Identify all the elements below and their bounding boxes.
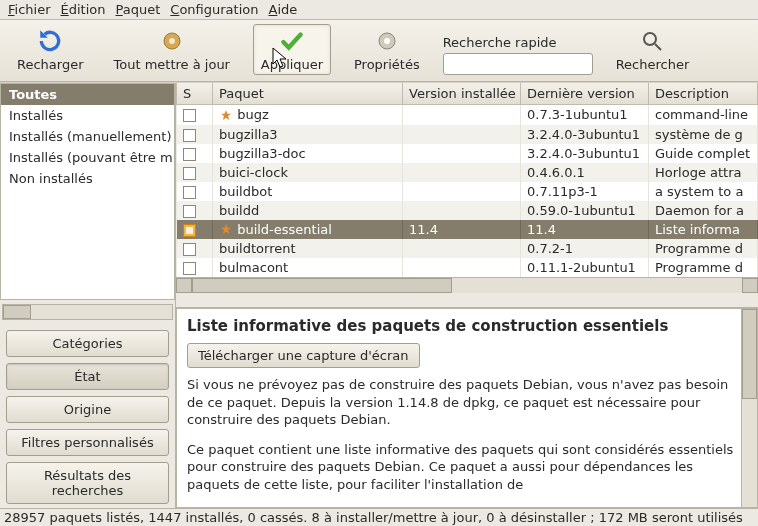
quick-search-input[interactable] (443, 53, 593, 75)
pkg-name: buici-clock (219, 165, 288, 180)
package-table-wrap: S Paquet Version installée Dernière vers… (176, 83, 758, 308)
menu-file[interactable]: Fichier (8, 2, 51, 17)
custom-filters-button[interactable]: Filtres personnalisés (6, 429, 169, 456)
status-checkbox[interactable] (183, 129, 196, 142)
table-row[interactable]: bugzilla33.2.4.0-3ubuntu1système de g (177, 125, 758, 144)
search-button[interactable]: Rechercher (609, 24, 697, 75)
pkg-name: build-essential (237, 222, 332, 237)
gear-icon (158, 27, 186, 55)
pkg-installed (403, 163, 521, 182)
pkg-latest: 0.7.11p3-1 (521, 182, 649, 201)
detail-vscrollbar[interactable] (741, 309, 757, 507)
table-hscrollbar[interactable] (176, 277, 758, 293)
pkg-installed (403, 239, 521, 258)
table-row[interactable]: buici-clock0.4.6.0.1Horloge attra (177, 163, 758, 182)
pkg-installed (403, 144, 521, 163)
table-row[interactable]: buildbot0.7.11p3-1a system to a (177, 182, 758, 201)
pkg-latest: 0.7.2-1 (521, 239, 649, 258)
pkg-name: buildd (219, 203, 259, 218)
detail-para-1: Si vous ne prévoyez pas de construire de… (187, 376, 747, 429)
state-button[interactable]: État (6, 363, 169, 390)
svg-point-4 (644, 33, 656, 45)
left-panel: ToutesInstallésInstallés (manuellement)I… (0, 83, 176, 508)
reload-button[interactable]: Recharger (10, 24, 91, 75)
origin-button[interactable]: Origine (6, 396, 169, 423)
pkg-desc: a system to a (649, 182, 758, 201)
pkg-name: bulmacont (219, 260, 288, 275)
pkg-name: bugz (237, 107, 269, 122)
table-row[interactable]: bugz0.7.3-1ubuntu1command-line (177, 105, 758, 125)
mark-all-upgrades-button[interactable]: Tout mettre à jour (107, 24, 237, 75)
gear-icon (373, 27, 401, 55)
pkg-desc: Programme d (649, 239, 758, 258)
left-hscrollbar[interactable] (2, 304, 173, 320)
detail-title: Liste informative des paquets de constru… (187, 317, 747, 335)
svg-point-3 (384, 38, 390, 44)
status-checkbox[interactable] (183, 262, 196, 275)
pkg-latest: 0.4.6.0.1 (521, 163, 649, 182)
pkg-name: bugzilla3 (219, 127, 278, 142)
table-row[interactable]: buildtorrent0.7.2-1Programme d (177, 239, 758, 258)
col-desc[interactable]: Description (649, 83, 758, 105)
pkg-installed (403, 201, 521, 220)
pkg-name: buildtorrent (219, 241, 296, 256)
package-table[interactable]: S Paquet Version installée Dernière vers… (176, 83, 758, 277)
pkg-name: bugzilla3-doc (219, 146, 306, 161)
svg-point-1 (169, 38, 175, 44)
pkg-installed (403, 125, 521, 144)
download-screenshot-button[interactable]: Télécharger une capture d'écran (187, 343, 420, 368)
pkg-installed (403, 258, 521, 277)
pkg-desc: Guide complet (649, 144, 758, 163)
status-checkbox[interactable] (183, 148, 196, 161)
col-latest[interactable]: Dernière version (521, 83, 649, 105)
quick-search-label: Recherche rapide (443, 35, 593, 50)
menubar: Fichier Édition Paquet Configuration Aid… (0, 0, 758, 20)
pkg-desc: système de g (649, 125, 758, 144)
status-filter-item[interactable]: Installés (manuellement) (1, 126, 174, 147)
pkg-desc: command-line (649, 105, 758, 125)
check-icon (278, 27, 306, 55)
pkg-latest: 3.2.4.0-3ubuntu1 (521, 125, 649, 144)
table-row[interactable]: build-essential11.411.4Liste informa (177, 220, 758, 240)
status-filter-list[interactable]: ToutesInstallésInstallés (manuellement)I… (0, 83, 175, 300)
pkg-installed: 11.4 (403, 220, 521, 240)
status-bar: 28957 paquets listés, 1447 installés, 0 … (0, 508, 758, 526)
pkg-desc: Liste informa (649, 220, 758, 240)
status-checkbox[interactable] (183, 243, 196, 256)
col-package[interactable]: Paquet (213, 83, 403, 105)
pkg-desc: Horloge attra (649, 163, 758, 182)
toolbar: Recharger Tout mettre à jour Appliquer P… (0, 20, 758, 82)
menu-edit[interactable]: Édition (61, 2, 106, 17)
properties-button[interactable]: Propriétés (347, 24, 427, 75)
status-filter-item[interactable]: Installés (pouvant être mis à jour) (1, 147, 174, 168)
status-filter-item[interactable]: Toutes (1, 84, 174, 105)
col-installed[interactable]: Version installée (403, 83, 521, 105)
package-detail-pane: Liste informative des paquets de constru… (176, 308, 758, 508)
pkg-latest: 0.59.0-1ubuntu1 (521, 201, 649, 220)
status-checkbox[interactable] (183, 109, 196, 122)
table-row[interactable]: bugzilla3-doc3.2.4.0-3ubuntu1Guide compl… (177, 144, 758, 163)
pkg-latest: 0.7.3-1ubuntu1 (521, 105, 649, 125)
menu-help[interactable]: Aide (268, 2, 297, 17)
pkg-latest: 11.4 (521, 220, 649, 240)
table-row[interactable]: bulmacont0.11.1-2ubuntu1Programme d (177, 258, 758, 277)
pkg-installed (403, 182, 521, 201)
pkg-latest: 0.11.1-2ubuntu1 (521, 258, 649, 277)
menu-config[interactable]: Configuration (170, 2, 258, 17)
table-row[interactable]: buildd0.59.0-1ubuntu1Daemon for a (177, 201, 758, 220)
pkg-latest: 3.2.4.0-3ubuntu1 (521, 144, 649, 163)
categories-button[interactable]: Catégories (6, 330, 169, 357)
status-checkbox[interactable] (183, 224, 196, 237)
search-results-button[interactable]: Résultats des recherches (6, 462, 169, 504)
detail-para-2: Ce paquet contient une liste informative… (187, 441, 747, 494)
svg-line-5 (655, 44, 661, 50)
quick-search-group: Recherche rapide (443, 35, 593, 75)
apply-button[interactable]: Appliquer (253, 24, 331, 75)
menu-package[interactable]: Paquet (115, 2, 160, 17)
status-filter-item[interactable]: Installés (1, 105, 174, 126)
status-checkbox[interactable] (183, 167, 196, 180)
status-filter-item[interactable]: Non installés (1, 168, 174, 189)
col-status[interactable]: S (177, 83, 213, 105)
status-checkbox[interactable] (183, 186, 196, 199)
status-checkbox[interactable] (183, 205, 196, 218)
